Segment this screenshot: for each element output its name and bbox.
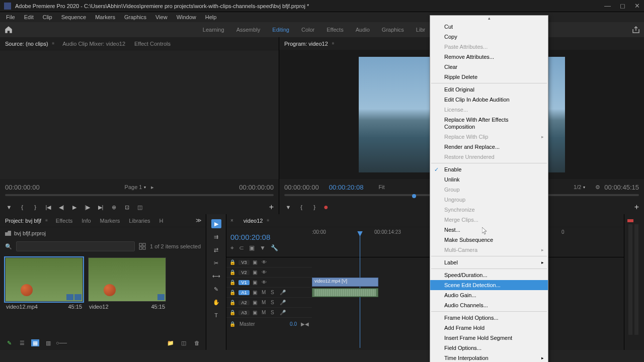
context-menu-item[interactable]: Edit Original [430, 84, 548, 95]
context-menu-item[interactable]: Ripple Delete [430, 72, 548, 82]
project-search-input[interactable] [16, 241, 135, 251]
mic-icon[interactable]: 🎤 [280, 290, 286, 295]
toggle-output-icon[interactable]: ▣ [253, 300, 259, 305]
tab-libraries[interactable]: Libraries [128, 216, 151, 226]
tab-effect-controls[interactable]: Effect Controls [133, 39, 172, 49]
source-page-dropdown[interactable]: Page 1 [125, 184, 142, 190]
type-tool[interactable]: T [211, 311, 221, 320]
program-tab-menu-icon[interactable]: ≡ [332, 41, 335, 46]
context-menu-item[interactable]: Cut [430, 22, 548, 32]
menu-graphics[interactable]: Graphics [120, 13, 150, 21]
program-scale-dropdown[interactable]: 1/2 [574, 184, 581, 190]
new-item-icon[interactable]: ◫ [180, 339, 188, 346]
context-menu-item[interactable]: Render and Replace... [430, 142, 548, 152]
workspace-color[interactable]: Color [301, 27, 314, 33]
project-overflow-icon[interactable]: ≫ [196, 217, 202, 224]
toggle-output-icon[interactable]: ▣ [253, 310, 259, 315]
wrench-icon[interactable]: 🔧 [271, 244, 278, 251]
linked-selection-icon[interactable]: ⊂ [239, 244, 244, 251]
project-item[interactable]: video12.mp4 45:15 [5, 257, 83, 332]
track-select-tool[interactable]: ⇉ [211, 232, 221, 241]
zoom-slider[interactable]: ○── [57, 339, 65, 346]
track-header-a1[interactable]: 🔒 A1 ▣ MS 🎤 [226, 288, 312, 298]
program-playhead[interactable] [412, 194, 416, 198]
overwrite-button[interactable]: ⊡ [123, 203, 131, 211]
write-icon[interactable]: ✎ [5, 339, 13, 346]
workspace-effects[interactable]: Effects [327, 27, 343, 33]
hand-tool[interactable]: ✋ [211, 298, 221, 307]
context-menu-item[interactable]: Audio Channels... [430, 300, 548, 310]
step-back-button[interactable]: ◀| [57, 203, 65, 211]
master-value[interactable]: 0.0 [290, 321, 297, 327]
eye-icon[interactable]: 👁 [262, 280, 268, 285]
program-fit-dropdown[interactable]: Fit [378, 184, 384, 190]
list-view-icon[interactable]: ☰ [18, 339, 26, 346]
export-frame-button[interactable]: ◫ [136, 203, 144, 211]
track-header-a3[interactable]: 🔒 A3 ▣ MS 🎤 [226, 308, 312, 318]
context-menu-item[interactable]: Replace With After Effects Composition [430, 115, 548, 132]
close-button[interactable]: ✕ [634, 2, 640, 10]
program-mark-out-button[interactable]: } [310, 203, 318, 211]
video-clip[interactable]: video12.mp4 [V] [312, 278, 378, 287]
tab-history[interactable]: H [158, 216, 165, 226]
menu-window[interactable]: Window [173, 13, 200, 21]
context-menu-item[interactable]: Unlink [430, 174, 548, 185]
workspace-audio[interactable]: Audio [356, 27, 370, 33]
tab-program[interactable]: Program: video12 [283, 39, 329, 49]
context-menu-item[interactable]: Make Subsequence [430, 235, 548, 245]
timeline-tab-menu-icon[interactable]: ≡ [267, 218, 269, 223]
workspace-assembly[interactable]: Assembly [236, 27, 261, 33]
context-menu-item[interactable]: Nest... [430, 225, 548, 235]
tab-audio-clip-mixer[interactable]: Audio Clip Mixer: video12 [61, 39, 126, 49]
menu-file[interactable]: File [2, 13, 19, 21]
menu-view[interactable]: View [151, 13, 172, 21]
workspace-libraries[interactable]: Libr [416, 27, 425, 33]
project-item-thumbnail[interactable] [5, 257, 83, 302]
context-menu-item[interactable]: Frame Hold Options... [430, 313, 548, 323]
lock-icon[interactable]: 🔒 [229, 321, 235, 327]
project-item-thumbnail[interactable] [88, 257, 166, 302]
home-icon[interactable] [4, 25, 13, 34]
menu-help[interactable]: Help [201, 13, 221, 21]
icon-view-icon[interactable]: ▦ [31, 339, 39, 346]
context-menu-item[interactable]: Insert Frame Hold Segment [430, 333, 548, 343]
source-timecode-left[interactable]: 00:00:00:00 [5, 184, 40, 191]
mic-icon[interactable]: 🎤 [280, 310, 286, 315]
timeline-timecode[interactable]: 00:00:20:08 [230, 233, 308, 241]
lock-icon[interactable]: 🔒 [229, 259, 235, 265]
context-menu-item[interactable]: Time Interpolation [430, 353, 548, 362]
insert-button[interactable]: ⊕ [110, 203, 118, 211]
new-bin-icon[interactable]: 📁 [167, 339, 175, 346]
menu-edit[interactable]: Edit [20, 13, 38, 21]
go-to-in-button[interactable]: |◀ [44, 203, 52, 211]
play-button[interactable]: ▶ [70, 203, 78, 211]
mark-in-button[interactable]: { [18, 203, 26, 211]
step-forward-button[interactable]: |▶ [84, 203, 92, 211]
tab-source[interactable]: Source: (no clips) [4, 39, 49, 49]
eye-icon[interactable]: 👁 [262, 259, 268, 265]
context-menu-scroll-up[interactable]: ▴ [430, 16, 548, 22]
lock-icon[interactable]: 🔒 [229, 269, 235, 275]
track-header-v2[interactable]: 🔒 V2 ▣ 👁 [226, 267, 312, 278]
project-tab-menu-icon[interactable]: ≡ [45, 218, 48, 223]
context-menu-item[interactable]: Field Options... [430, 343, 548, 353]
sequence-settings-icon[interactable]: ▼ [260, 244, 266, 251]
minimize-button[interactable]: — [604, 2, 611, 10]
track-header-v1[interactable]: 🔒 V1 ▣ 👁 [226, 278, 312, 288]
context-menu-item[interactable]: Copy [430, 32, 548, 42]
context-menu-item[interactable]: Scene Edit Detection... [430, 280, 548, 290]
context-menu-item[interactable]: Edit Clip In Adobe Audition [430, 95, 548, 105]
menu-sequence[interactable]: Sequence [57, 13, 91, 21]
maximize-button[interactable]: ◻ [620, 2, 625, 10]
mic-icon[interactable]: 🎤 [280, 300, 286, 305]
project-item[interactable]: video12 45:15 [88, 257, 166, 332]
snap-icon[interactable]: ⌖ [230, 244, 234, 251]
lock-icon[interactable]: 🔒 [229, 310, 235, 315]
lock-icon[interactable]: 🔒 [229, 300, 235, 305]
clear-icon[interactable]: 🗑 [193, 339, 201, 346]
tab-timeline-sequence[interactable]: video12 [243, 216, 264, 226]
program-add-marker-button[interactable]: ▼ [284, 203, 292, 211]
context-menu-item[interactable]: Speed/Duration... [430, 270, 548, 280]
add-marker-button[interactable]: ▼ [5, 203, 13, 211]
program-timecode-current[interactable]: 00:00:20:08 [329, 184, 364, 191]
